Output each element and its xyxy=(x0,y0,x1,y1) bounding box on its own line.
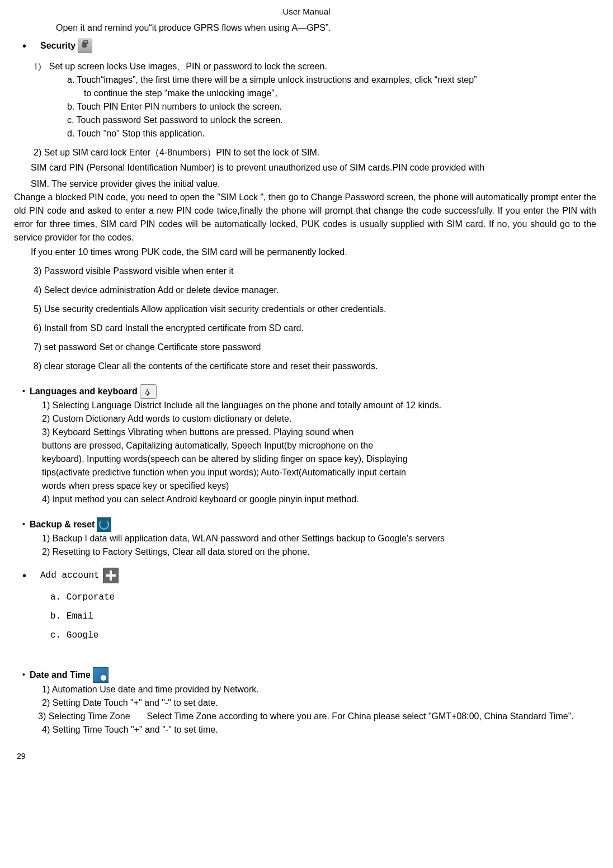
lang-item4: 4) Input method you can select Android k… xyxy=(42,493,602,506)
backup-title: Backup & reset xyxy=(30,518,95,531)
datetime-title: Date and Time xyxy=(30,668,91,682)
security-title: Security xyxy=(40,39,76,53)
keyboard-icon xyxy=(140,384,157,399)
lang-item2: 2) Custom Dictionary Add words to custom… xyxy=(42,412,602,426)
security-icon xyxy=(78,39,92,53)
add-opt-c: c. Google xyxy=(50,629,602,642)
item4: 4) Select device administration Add or d… xyxy=(34,284,602,297)
add-opt-a: a. Corporate xyxy=(50,591,602,604)
item1-num: 1) xyxy=(34,62,41,71)
lang-item3-l1: 3) Keyboard Settings Vibrating when butt… xyxy=(42,426,602,439)
opening-text: Open it and remind you“it produce GPRS f… xyxy=(56,21,602,35)
item3: 3) Password visible Password visible whe… xyxy=(34,265,602,278)
lang-item3-l4: tips(activate predictive function when y… xyxy=(42,466,602,479)
bullet: • xyxy=(22,518,25,530)
dt-item1: 1) Automation Use date and time provided… xyxy=(42,683,602,696)
item8: 8) clear storage Clear all the contents … xyxy=(34,360,602,373)
backup-icon xyxy=(97,517,111,532)
lang-item3-l2: buttons are pressed, Capitalizing automa… xyxy=(42,439,602,452)
languages-title: Languages and keyboard xyxy=(30,385,138,398)
bullet: • xyxy=(22,37,26,54)
sub-a-cont: to continue the step “make the unlocking… xyxy=(84,87,602,100)
bullet: • xyxy=(22,385,25,397)
item1-text: Set up screen locks Use images、PIN or pa… xyxy=(49,62,327,71)
item5: 5) Use security credentials Allow applic… xyxy=(34,303,602,316)
pin-para2: SIM. The service provider gives the init… xyxy=(31,177,602,191)
backup-item2: 2) Resetting to Factory Settings, Clear … xyxy=(42,545,602,559)
sub-c: c. Touch password Set password to unlock… xyxy=(67,114,602,127)
sub-a: a. Touch“images”, the first time there w… xyxy=(67,73,602,87)
puk-warning: If you enter 10 times wrong PUK code, th… xyxy=(31,246,602,259)
dt-item3-text: Select Time Zone according to where you … xyxy=(147,710,574,723)
backup-item1: 1) Backup I data will application data, … xyxy=(42,532,602,545)
item2: 2) Set up SIM card lock Enter（4-8numbers… xyxy=(34,146,602,159)
pin-para1: SIM card PIN (Personal Identification Nu… xyxy=(31,161,602,174)
item6: 6) Install from SD card Install the encr… xyxy=(34,322,602,335)
sub-b: b. Touch PIN Enter PIN numbers to unlock… xyxy=(67,100,602,114)
lang-item3-l5: words when press space key or specified … xyxy=(42,479,602,493)
dt-item3-label: 3) Selecting Time Zone xyxy=(38,710,130,723)
add-opt-b: b. Email xyxy=(50,610,602,623)
page-header: User Manual xyxy=(11,6,602,18)
change-pin-para: Change a blocked PIN code, you need to o… xyxy=(14,191,596,244)
item7: 7) set password Set or change Certificat… xyxy=(34,341,602,354)
bullet: • xyxy=(22,669,25,681)
add-account-title: Add account xyxy=(40,569,100,582)
dt-item4: 4) Setting Time Touch "+" and "-" to set… xyxy=(42,723,602,737)
add-icon xyxy=(103,568,119,583)
lang-item1: 1) Selecting Language District Include a… xyxy=(42,399,602,412)
sub-d: d. Touch "no" Stop this application. xyxy=(67,127,602,140)
bullet: • xyxy=(22,567,26,584)
lang-item3-l3: keyboard), Inputting words(speech can be… xyxy=(42,452,602,466)
page-number: 29 xyxy=(17,751,602,762)
dt-item2: 2) Setting Date Touch "+" and "-" to set… xyxy=(42,696,602,710)
datetime-icon xyxy=(93,667,109,683)
